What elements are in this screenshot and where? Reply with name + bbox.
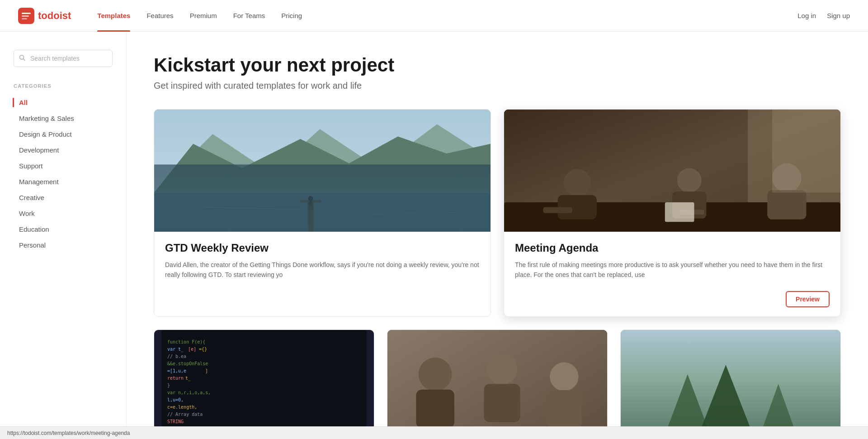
status-url: https://todoist.com/templates/work/meeti… bbox=[7, 430, 130, 436]
svg-point-54 bbox=[487, 354, 518, 385]
category-management[interactable]: Management bbox=[14, 174, 113, 189]
svg-text:// b.ea: // b.ea bbox=[167, 354, 186, 359]
nav-link-premium[interactable]: Premium bbox=[182, 0, 225, 32]
nav-link-features[interactable]: Features bbox=[138, 0, 181, 32]
svg-text:c=e.length,: c=e.length, bbox=[167, 405, 197, 410]
svg-rect-10 bbox=[308, 202, 314, 232]
svg-rect-53 bbox=[416, 390, 454, 428]
svg-point-19 bbox=[564, 169, 591, 196]
svg-rect-21 bbox=[543, 207, 572, 213]
navbar: todoist Templates Features Premium For T… bbox=[0, 0, 868, 32]
search-input[interactable] bbox=[14, 50, 113, 67]
categories-label: CATEGORIES bbox=[14, 83, 113, 89]
svg-rect-2 bbox=[22, 15, 29, 17]
svg-text:=[1,u,e: =[1,u,e bbox=[167, 368, 186, 373]
card-body-gtd: GTD Weekly Review David Allen, the creat… bbox=[154, 232, 491, 291]
svg-rect-26 bbox=[767, 190, 806, 220]
template-image-meeting bbox=[504, 110, 840, 232]
template-card-nature[interactable] bbox=[620, 329, 841, 439]
category-marketing[interactable]: Marketing & Sales bbox=[14, 111, 113, 126]
template-image-people bbox=[387, 330, 607, 439]
template-card-people[interactable] bbox=[387, 329, 608, 439]
nav-links: Templates Features Premium For Teams Pri… bbox=[89, 0, 797, 32]
nav-link-pricing[interactable]: Pricing bbox=[273, 0, 310, 32]
svg-text:l,u=0,: l,u=0, bbox=[167, 397, 184, 402]
category-creative[interactable]: Creative bbox=[14, 190, 113, 205]
logo[interactable]: todoist bbox=[18, 8, 71, 24]
svg-text:}: } bbox=[167, 383, 170, 388]
template-image-nature bbox=[621, 330, 840, 439]
category-development[interactable]: Development bbox=[14, 143, 113, 157]
card-desc-meeting: The first rule of making meetings more p… bbox=[515, 260, 830, 280]
svg-text:function F(e){: function F(e){ bbox=[167, 339, 205, 344]
card-body-meeting: Meeting Agenda The first rule of making … bbox=[504, 232, 840, 291]
svg-rect-55 bbox=[484, 384, 520, 422]
svg-text:={}: ={} bbox=[199, 347, 207, 352]
category-design[interactable]: Design & Product bbox=[14, 127, 113, 142]
login-link[interactable]: Log in bbox=[797, 12, 816, 19]
card-title-meeting: Meeting Agenda bbox=[515, 242, 830, 254]
svg-text:&&e.stopOnFalse: &&e.stopOnFalse bbox=[167, 361, 208, 366]
card-title-gtd: GTD Weekly Review bbox=[165, 242, 480, 254]
preview-btn-wrap: Preview bbox=[504, 291, 840, 316]
preview-button[interactable]: Preview bbox=[786, 291, 830, 307]
svg-line-15 bbox=[349, 212, 471, 215]
svg-rect-30 bbox=[772, 110, 840, 193]
svg-text:// Array data: // Array data bbox=[167, 412, 203, 417]
svg-text:]: ] bbox=[205, 368, 208, 373]
logo-text: todoist bbox=[38, 10, 71, 22]
svg-text:[e]: [e] bbox=[188, 347, 196, 352]
category-all[interactable]: All bbox=[14, 95, 113, 110]
status-bar: https://todoist.com/templates/work/meeti… bbox=[0, 426, 868, 439]
page-layout: CATEGORIES All Marketing & Sales Design … bbox=[0, 32, 868, 439]
svg-text:var t_: var t_ bbox=[167, 347, 184, 352]
template-card-gtd[interactable]: GTD Weekly Review David Allen, the creat… bbox=[154, 109, 491, 317]
svg-rect-27 bbox=[665, 202, 694, 222]
main-content: Kickstart your next project Get inspired… bbox=[127, 32, 868, 439]
svg-point-52 bbox=[419, 358, 452, 391]
page-subtitle: Get inspired with curated templates for … bbox=[154, 81, 841, 91]
category-list: All Marketing & Sales Design & Product D… bbox=[14, 95, 113, 253]
page-title: Kickstart your next project bbox=[154, 54, 841, 76]
nav-link-for-teams[interactable]: For Teams bbox=[225, 0, 274, 32]
template-card-meeting[interactable]: Meeting Agenda The first rule of making … bbox=[504, 109, 841, 317]
signup-link[interactable]: Sign up bbox=[827, 12, 850, 19]
sidebar: CATEGORIES All Marketing & Sales Design … bbox=[0, 32, 127, 439]
category-support[interactable]: Support bbox=[14, 158, 113, 173]
svg-text:var n,r,i,o,a,s,: var n,r,i,o,a,s, bbox=[167, 390, 211, 395]
nav-link-templates[interactable]: Templates bbox=[89, 0, 138, 32]
svg-rect-57 bbox=[547, 390, 582, 429]
svg-rect-3 bbox=[22, 18, 27, 19]
svg-text:t_: t_ bbox=[185, 376, 191, 381]
todoist-logo-icon bbox=[18, 8, 34, 24]
svg-rect-1 bbox=[22, 13, 31, 14]
category-work[interactable]: Work bbox=[14, 206, 113, 221]
svg-text:STRING: STRING bbox=[167, 419, 184, 424]
svg-rect-11 bbox=[300, 200, 321, 203]
svg-point-22 bbox=[677, 168, 702, 193]
category-education[interactable]: Education bbox=[14, 222, 113, 237]
svg-point-12 bbox=[308, 196, 313, 201]
template-card-code[interactable]: function F(e){ var t_[e]={} // b.ea &&e.… bbox=[154, 329, 374, 439]
template-image-lake bbox=[154, 110, 491, 232]
svg-point-56 bbox=[550, 362, 578, 391]
search-icon bbox=[19, 55, 25, 62]
templates-grid-bottom: function F(e){ var t_[e]={} // b.ea &&e.… bbox=[154, 329, 841, 439]
category-personal[interactable]: Personal bbox=[14, 238, 113, 253]
search-wrap bbox=[14, 50, 113, 67]
card-desc-gtd: David Allen, the creator of the Getting … bbox=[165, 260, 480, 280]
template-image-code: function F(e){ var t_[e]={} // b.ea &&e.… bbox=[154, 330, 374, 439]
svg-line-5 bbox=[24, 59, 25, 61]
templates-grid: GTD Weekly Review David Allen, the creat… bbox=[154, 109, 841, 317]
svg-rect-9 bbox=[154, 193, 491, 232]
svg-line-14 bbox=[203, 207, 301, 210]
svg-text:return: return bbox=[167, 376, 184, 381]
nav-right: Log in Sign up bbox=[797, 12, 850, 19]
svg-rect-13 bbox=[309, 201, 312, 206]
